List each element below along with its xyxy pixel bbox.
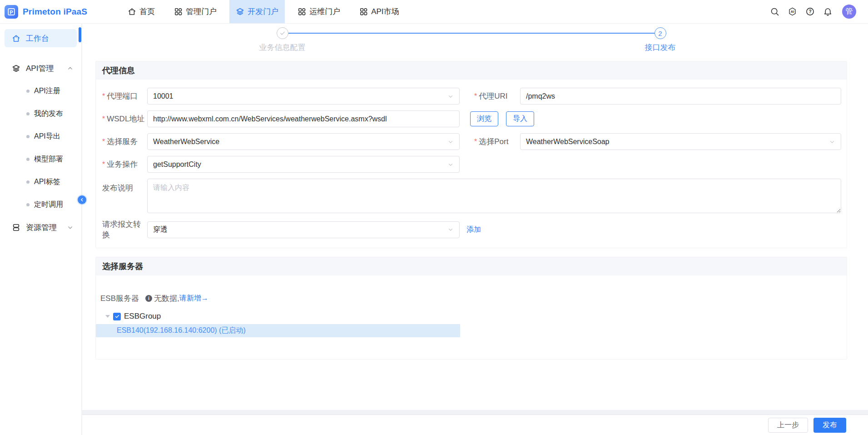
- nav-item-admin-portal[interactable]: 管理门户: [168, 0, 223, 23]
- bullet-dot: [26, 180, 30, 184]
- previous-step-button[interactable]: 上一步: [768, 418, 808, 433]
- browse-button[interactable]: 浏览: [470, 111, 498, 126]
- svg-text:AI: AI: [790, 10, 794, 14]
- operation-dropdown[interactable]: getSupportCity: [147, 156, 460, 173]
- step-number: 2: [655, 27, 666, 39]
- sidebar-item-api-tags[interactable]: API标签: [0, 170, 81, 193]
- sidebar-sub-label: 我的发布: [34, 109, 63, 119]
- proxy-uri-label: *代理URI: [471, 91, 520, 101]
- add-transform-link[interactable]: 添加: [466, 225, 481, 235]
- required-asterisk: *: [474, 92, 477, 100]
- svg-text:P: P: [10, 9, 13, 15]
- home-icon: [128, 7, 136, 16]
- top-navbar: P Primeton iPaaS 首页 管理门户 开发门户: [0, 0, 868, 24]
- sidebar-item-api-export[interactable]: API导出: [0, 125, 81, 148]
- proxy-uri-input[interactable]: [520, 88, 841, 105]
- proxy-port-select[interactable]: 10001: [147, 88, 460, 105]
- notification-bell-icon[interactable]: [823, 7, 833, 17]
- step-label: 业务信息配置: [259, 42, 306, 53]
- help-icon[interactable]: ?: [805, 7, 815, 17]
- grid-icon: [298, 7, 306, 16]
- page-content: 业务信息配置 2 接口发布 代理信息 *代理端口: [82, 24, 868, 410]
- sidebar-sub-label: API标签: [34, 177, 60, 187]
- nav-item-label: 开发门户: [248, 6, 278, 17]
- sidebar-item-model-deploy[interactable]: 模型部署: [0, 148, 81, 170]
- nav-item-home[interactable]: 首页: [121, 0, 161, 23]
- bullet-dot: [26, 203, 30, 206]
- select-service-label: *选择服务: [99, 136, 147, 147]
- scrollbar-thumb[interactable]: [79, 27, 81, 42]
- check-icon: [279, 30, 286, 36]
- sidebar-item-workbench[interactable]: 工作台: [5, 29, 77, 47]
- chevron-down-icon: [67, 225, 73, 230]
- sidebar-group-label: API管理: [26, 63, 54, 74]
- chevron-down-icon: [447, 226, 454, 233]
- bullet-dot: [26, 158, 30, 161]
- nav-item-dev-portal[interactable]: 开发门户: [229, 0, 285, 23]
- server-node-selected[interactable]: ESB140(192.168.16.140:6200) (已启动): [96, 324, 460, 337]
- sidebar-group-api-management[interactable]: API管理: [5, 59, 77, 77]
- step-interface-publish: 2 接口发布: [655, 27, 666, 39]
- select-service-dropdown[interactable]: WeatherWebService: [147, 133, 460, 150]
- navbar-actions: AI ? 管: [769, 5, 856, 19]
- nav-item-label: 运维门户: [309, 6, 340, 17]
- request-transform-value: 穿透: [153, 225, 168, 235]
- chevron-down-icon: [447, 139, 454, 145]
- required-asterisk: *: [474, 138, 477, 146]
- esb-server-label: ESB服务器: [100, 293, 139, 304]
- brand[interactable]: P Primeton iPaaS: [5, 5, 87, 19]
- svg-text:?: ?: [808, 9, 811, 14]
- sidebar-group-resource-management[interactable]: 资源管理: [5, 218, 77, 236]
- sidebar-group-label: 资源管理: [26, 222, 57, 233]
- home-icon: [12, 34, 20, 43]
- nav-item-label: API市场: [371, 6, 399, 17]
- select-port-label: *选择Port: [471, 136, 520, 147]
- sidebar: 工作台 API管理 API注册 我的发布 API导出 模型部署 API标签 定时…: [0, 24, 82, 435]
- wsdl-address-input[interactable]: [147, 110, 460, 127]
- main-area: 业务信息配置 2 接口发布 代理信息 *代理端口: [82, 24, 868, 435]
- proxy-port-label: *代理端口: [99, 91, 147, 101]
- ai-assistant-icon[interactable]: AI: [787, 7, 797, 17]
- server-tree: ESBGroup ESB140(192.168.16.140:6200) (已启…: [99, 310, 841, 337]
- group-name[interactable]: ESBGroup: [124, 312, 161, 321]
- sidebar-sub-label: API注册: [34, 86, 60, 96]
- request-transform-label: 请求报文转换: [99, 219, 147, 240]
- import-button[interactable]: 导入: [506, 111, 534, 126]
- bullet-dot: [26, 112, 30, 115]
- info-icon: i: [145, 295, 152, 302]
- user-avatar[interactable]: 管: [842, 5, 856, 19]
- add-server-link[interactable]: 请新增→: [179, 294, 208, 303]
- bullet-dot: [26, 90, 30, 93]
- tree-expand-caret-icon[interactable]: [105, 315, 110, 318]
- select-port-dropdown[interactable]: WeatherWebServiceSoap: [520, 133, 841, 150]
- brand-title: Primeton iPaaS: [23, 7, 87, 17]
- nav-item-api-market[interactable]: API市场: [353, 0, 405, 23]
- sidebar-collapse-button[interactable]: [78, 195, 86, 204]
- wsdl-address-label: *WSDL地址: [99, 114, 147, 124]
- sidebar-item-my-publish[interactable]: 我的发布: [0, 102, 81, 125]
- layers-icon: [12, 64, 20, 73]
- required-asterisk: *: [102, 92, 105, 100]
- sidebar-item-label: 工作台: [26, 33, 49, 44]
- database-icon: [12, 223, 20, 232]
- top-nav-menu: 首页 管理门户 开发门户 运维门户 API市场: [118, 0, 408, 23]
- sidebar-sub-label: 定时调用: [34, 200, 63, 210]
- sidebar-sub-label: API导出: [34, 132, 60, 141]
- publish-note-textarea[interactable]: [147, 179, 841, 213]
- nav-item-ops-portal[interactable]: 运维门户: [291, 0, 347, 23]
- step-business-config: 业务信息配置: [277, 27, 288, 39]
- required-asterisk: *: [102, 160, 105, 169]
- required-asterisk: *: [102, 138, 105, 146]
- request-transform-dropdown[interactable]: 穿透: [147, 221, 460, 238]
- operation-label: *业务操作: [99, 159, 147, 170]
- chevron-down-icon: [447, 93, 454, 100]
- tree-group-row: ESBGroup: [99, 310, 841, 323]
- group-checkbox-checked[interactable]: [113, 313, 121, 320]
- chevron-down-icon: [447, 161, 454, 168]
- sidebar-sub-label: 模型部署: [34, 155, 63, 164]
- publish-button[interactable]: 发布: [813, 418, 846, 433]
- sidebar-item-scheduled-call[interactable]: 定时调用: [0, 193, 81, 216]
- step-done-circle: [277, 27, 288, 39]
- search-icon[interactable]: [769, 7, 779, 17]
- sidebar-item-api-register[interactable]: API注册: [0, 80, 81, 102]
